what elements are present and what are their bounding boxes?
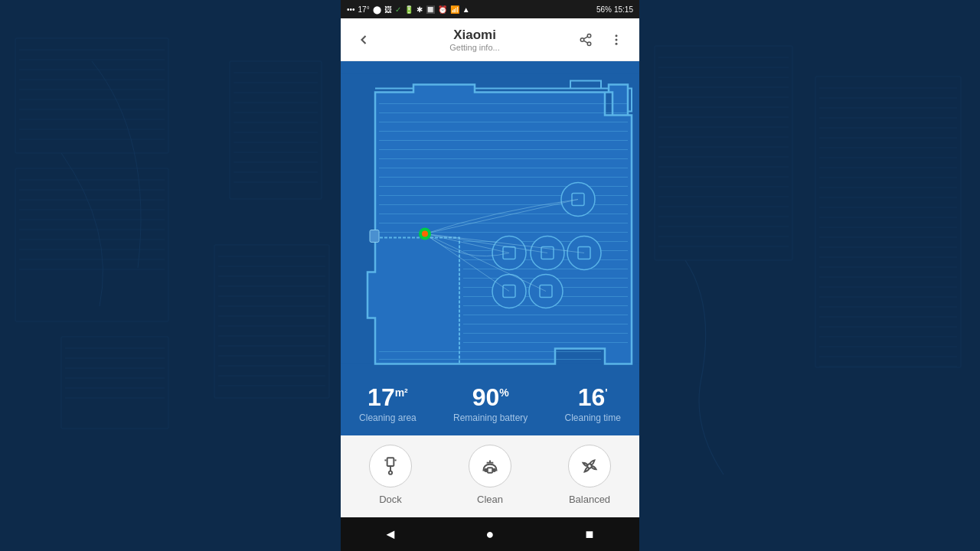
balanced-label: Balanced <box>569 494 610 505</box>
alarm-icon: ⏰ <box>438 5 447 14</box>
clean-label: Clean <box>477 494 503 505</box>
svg-rect-58 <box>639 0 980 551</box>
wifi-icon: 📶 <box>450 5 459 14</box>
photo-icon: 🖼 <box>384 5 392 14</box>
nav-home-icon: ● <box>486 527 495 543</box>
nav-recent-icon: ■ <box>586 527 594 543</box>
battery-icon: 🔋 <box>404 5 413 14</box>
signal-bars: ▲ <box>462 5 470 14</box>
battery-percent: 56% <box>596 5 612 14</box>
clean-icon-circle <box>469 445 511 487</box>
nav-home-button[interactable]: ● <box>475 519 505 549</box>
balanced-icon-circle <box>568 445 611 487</box>
cleaning-time-stat: 16' Cleaning time <box>565 385 621 423</box>
share-button[interactable] <box>572 26 599 54</box>
cleaning-area-label: Cleaning area <box>359 412 416 423</box>
svg-rect-169 <box>387 458 394 466</box>
app-header: Xiaomi Getting info... <box>341 18 639 61</box>
cleaning-time-label: Cleaning time <box>565 412 621 423</box>
bluetooth-icon: ✱ <box>416 5 423 14</box>
balanced-button[interactable]: Balanced <box>568 445 611 505</box>
svg-point-112 <box>587 42 591 46</box>
temperature: 17° <box>358 5 370 14</box>
svg-point-115 <box>616 34 618 37</box>
svg-point-176 <box>485 469 487 471</box>
battery-value: 90% <box>472 385 509 409</box>
back-button[interactable] <box>350 26 377 54</box>
status-bar: ••• 17° ⬤ 🖼 ✓ 🔋 ✱ 🔲 ⏰ 📶 ▲ 56% 15:15 <box>341 0 639 18</box>
nav-back-icon: ◄ <box>384 527 397 543</box>
svg-line-113 <box>583 41 587 43</box>
nav-recent-button[interactable]: ■ <box>574 519 605 549</box>
vibrate-icon: 🔲 <box>426 5 435 14</box>
header-icons <box>572 26 630 54</box>
battery-stat: 90% Remaining battery <box>453 385 528 423</box>
header-title-block: Xiaomi Getting info... <box>449 28 499 52</box>
svg-point-110 <box>587 34 591 37</box>
svg-rect-168 <box>370 230 379 243</box>
dock-label: Dock <box>379 494 402 505</box>
status-left: ••• 17° ⬤ 🖼 ✓ 🔋 ✱ 🔲 ⏰ 📶 ▲ <box>347 5 470 14</box>
app-title: Xiaomi <box>453 28 496 43</box>
cleaning-area-stat: 17m² Cleaning area <box>359 385 416 423</box>
clean-button[interactable]: Clean <box>469 445 511 505</box>
nav-back-button[interactable]: ◄ <box>375 519 406 549</box>
status-right: 56% 15:15 <box>596 5 633 14</box>
app-subtitle: Getting info... <box>449 43 499 52</box>
map-area[interactable] <box>341 61 639 376</box>
svg-point-167 <box>422 231 428 237</box>
cleaning-time-value: 16' <box>578 385 608 409</box>
vpn-icon: ✓ <box>395 5 401 14</box>
time: 15:15 <box>614 5 633 14</box>
svg-point-116 <box>616 38 618 41</box>
stats-area: 17m² Cleaning area 90% Remaining battery… <box>341 376 639 435</box>
more-button[interactable] <box>603 26 630 54</box>
battery-label: Remaining battery <box>453 412 528 423</box>
signal-icon: ⬤ <box>373 5 381 14</box>
svg-line-114 <box>583 36 587 38</box>
controls-area: Dock Clean <box>341 435 639 517</box>
svg-point-111 <box>580 37 584 41</box>
svg-rect-173 <box>488 468 493 473</box>
phone-container: ••• 17° ⬤ 🖼 ✓ 🔋 ✱ 🔲 ⏰ 📶 ▲ 56% 15:15 Xiao… <box>341 0 639 551</box>
dock-button[interactable]: Dock <box>369 445 412 505</box>
notification-dots: ••• <box>347 5 355 14</box>
cleaning-area-value: 17m² <box>368 385 408 409</box>
dock-icon-circle <box>369 445 412 487</box>
svg-point-170 <box>389 471 392 474</box>
svg-point-177 <box>493 469 495 471</box>
svg-point-117 <box>616 42 618 44</box>
nav-bar: ◄ ● ■ <box>341 517 639 551</box>
